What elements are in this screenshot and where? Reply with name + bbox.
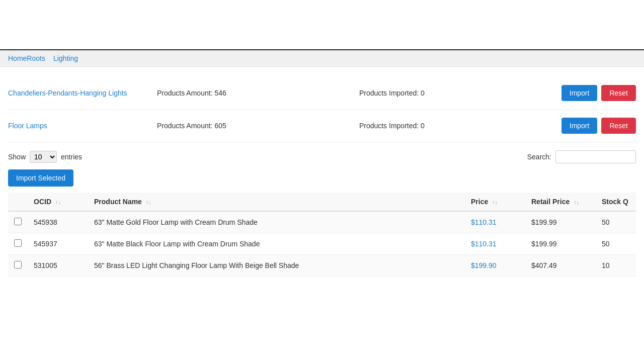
content-area: Chandeliers-Pendants-Hanging Lights Prod… <box>0 67 644 287</box>
col-checkbox <box>8 193 28 211</box>
col-product-name[interactable]: Product Name ↑↓ <box>88 193 465 211</box>
search-input[interactable] <box>555 150 636 163</box>
table-row: 545938 63" Matte Gold Floor Lamp with Cr… <box>8 211 636 233</box>
category-amount-floor-lamps: Products Amount: 605 <box>157 122 351 130</box>
top-bar <box>0 0 644 50</box>
show-entries: Show 10 25 50 100 entries <box>8 151 82 163</box>
entries-select[interactable]: 10 25 50 100 <box>30 151 57 163</box>
row-product-name-2: 56" Brass LED Light Changing Floor Lamp … <box>88 255 465 277</box>
table-row: 545937 63" Matte Black Floor Lamp with C… <box>8 233 636 255</box>
table-row: 531005 56" Brass LED Light Changing Floo… <box>8 255 636 277</box>
ocid-sort-icon: ↑↓ <box>55 199 61 205</box>
entries-label: entries <box>61 153 82 161</box>
product-name-sort-icon: ↑↓ <box>146 199 151 205</box>
row-product-name-1: 63" Matte Black Floor Lamp with Cream Dr… <box>88 233 465 255</box>
row-checkbox-2[interactable] <box>8 255 28 277</box>
show-label: Show <box>8 153 26 161</box>
breadcrumb-root[interactable]: HomeRoots <box>8 54 45 62</box>
retail-price-sort-icon: ↑↓ <box>574 199 579 205</box>
category-imported-chandeliers: Products Imported: 0 <box>359 89 553 97</box>
row-stock-2: 10 <box>596 255 636 277</box>
row-stock-1: 50 <box>596 233 636 255</box>
col-retail-price[interactable]: Retail Price ↑↓ <box>525 193 596 211</box>
search-area: Search: <box>527 150 636 163</box>
import-button-floor-lamps[interactable]: Import <box>561 118 598 134</box>
category-name-chandeliers[interactable]: Chandeliers-Pendants-Hanging Lights <box>8 89 149 97</box>
import-button-chandeliers[interactable]: Import <box>561 85 598 101</box>
row-ocid-2: 531005 <box>28 255 88 277</box>
row-checkbox-0[interactable] <box>8 211 28 233</box>
row-retail-price-1: $199.99 <box>525 233 596 255</box>
category-row-chandeliers: Chandeliers-Pendants-Hanging Lights Prod… <box>8 77 636 110</box>
col-price[interactable]: Price ↑↓ <box>465 193 525 211</box>
search-label: Search: <box>527 153 551 161</box>
row-ocid-1: 545937 <box>28 233 88 255</box>
products-table: OCID ↑↓ Product Name ↑↓ Price ↑↓ Retail … <box>8 193 636 277</box>
categories-list: Chandeliers-Pendants-Hanging Lights Prod… <box>8 77 636 142</box>
checkbox-0[interactable] <box>14 218 22 225</box>
import-selected-button[interactable]: Import Selected <box>8 169 73 187</box>
category-amount-chandeliers: Products Amount: 546 <box>157 89 351 97</box>
checkbox-1[interactable] <box>14 239 22 247</box>
breadcrumb: HomeRoots Lighting <box>0 50 644 67</box>
category-imported-floor-lamps: Products Imported: 0 <box>359 122 553 130</box>
reset-button-floor-lamps[interactable]: Reset <box>601 118 636 134</box>
table-body: 545938 63" Matte Gold Floor Lamp with Cr… <box>8 211 636 277</box>
table-controls: Show 10 25 50 100 entries Search: <box>8 142 636 169</box>
col-stock[interactable]: Stock Q <box>596 193 636 211</box>
row-price-2: $199.90 <box>465 255 525 277</box>
row-price-0: $110.31 <box>465 211 525 233</box>
row-product-name-0: 63" Matte Gold Floor Lamp with Cream Dru… <box>88 211 465 233</box>
row-checkbox-1[interactable] <box>8 233 28 255</box>
row-stock-0: 50 <box>596 211 636 233</box>
table-header-row: OCID ↑↓ Product Name ↑↓ Price ↑↓ Retail … <box>8 193 636 211</box>
row-retail-price-2: $407.49 <box>525 255 596 277</box>
category-name-floor-lamps[interactable]: Floor Lamps <box>8 122 149 130</box>
category-actions-chandeliers: Import Reset <box>561 85 636 101</box>
row-price-1: $110.31 <box>465 233 525 255</box>
row-ocid-0: 545938 <box>28 211 88 233</box>
category-actions-floor-lamps: Import Reset <box>561 118 636 134</box>
checkbox-2[interactable] <box>14 261 22 268</box>
breadcrumb-current[interactable]: Lighting <box>53 54 78 62</box>
price-sort-icon: ↑↓ <box>492 199 498 205</box>
category-row-floor-lamps: Floor Lamps Products Amount: 605 Product… <box>8 110 636 142</box>
row-retail-price-0: $199.99 <box>525 211 596 233</box>
col-ocid[interactable]: OCID ↑↓ <box>28 193 88 211</box>
reset-button-chandeliers[interactable]: Reset <box>601 85 636 101</box>
